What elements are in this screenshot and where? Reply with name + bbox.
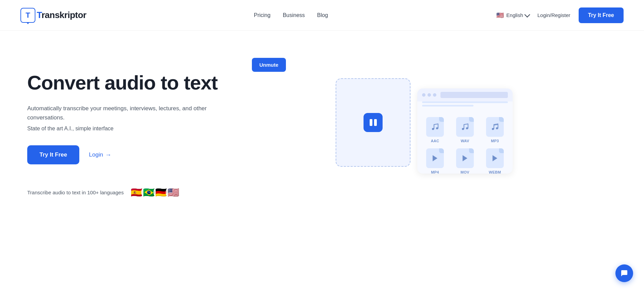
svg-point-2 [462,128,464,130]
file-icon-wav [456,117,474,137]
illustration-container: AAC WAV [336,78,513,187]
flag-usa: 🇺🇸 [166,185,181,200]
file-label-mov: MOV [461,170,469,174]
hero-left: Convert audio to text Automatically tran… [27,58,231,200]
hero-try-free-button[interactable]: Try It Free [27,145,79,164]
music-note-icon-3 [491,123,499,131]
file-item-mp3: MP3 [483,117,507,143]
nav-blog[interactable]: Blog [317,12,328,18]
arrow-icon: → [105,151,111,159]
svg-point-4 [492,128,494,130]
language-selector[interactable]: 🇺🇸 English [496,11,529,20]
nav-pricing[interactable]: Pricing [254,12,271,18]
chat-widget[interactable] [615,264,633,282]
chevron-down-icon [524,12,530,17]
language-label: English [506,12,523,18]
hero-subtitle: Automatically transcribe your meetings, … [27,104,231,122]
logo-icon: T [20,8,35,23]
navbar-try-free-button[interactable]: Try It Free [579,7,624,23]
hero-right: Unmute [231,58,617,187]
unmute-button[interactable]: Unmute [252,58,286,72]
browser-dot-2 [428,93,431,97]
pause-button-illustration [364,113,383,132]
logo[interactable]: T Transkriptor [20,8,86,23]
file-label-aac: AAC [431,139,439,143]
languages-row: Transcribe audio to text in 100+ languag… [27,185,231,200]
file-label-mp4: MP4 [431,170,439,174]
chat-icon [620,269,628,277]
hero-login-link[interactable]: Login → [89,151,111,159]
svg-marker-7 [463,155,467,161]
file-label-webm: WEBM [489,170,501,174]
file-icon-webm [486,148,504,168]
file-icon-mp4 [426,148,444,168]
browser-dot-3 [433,93,436,97]
file-icon-mp3 [486,117,504,137]
file-label-mp3: MP3 [491,139,499,143]
file-item-mov: MOV [453,148,477,174]
svg-point-3 [466,127,468,129]
navbar: T Transkriptor Pricing Business Blog 🇺🇸 … [0,0,644,31]
media-player-panel [336,78,410,167]
us-flag-icon: 🇺🇸 [496,11,504,20]
languages-text: Transcribe audio to text in 100+ languag… [27,190,124,195]
svg-point-1 [436,127,438,129]
browser-bar [417,88,513,101]
file-icon-aac [426,117,444,137]
svg-point-0 [432,128,434,130]
hero-login-label: Login [89,151,103,158]
hero-cta: Try It Free Login → [27,145,231,164]
pause-bar-left [370,119,372,126]
svg-marker-6 [433,155,437,161]
browser-search-bar [440,92,508,98]
play-icon-3 [491,154,499,162]
file-item-mp4: MP4 [423,148,447,174]
flag-stack: 🇪🇸 🇧🇷 🇩🇪 🇺🇸 [129,185,181,200]
pause-bar-right [374,119,377,126]
nav-right: 🇺🇸 English Login/Register Try It Free [496,7,624,23]
play-icon [431,154,439,162]
file-label-wav: WAV [461,139,469,143]
play-icon-2 [461,154,469,162]
file-item-aac: AAC [423,117,447,143]
login-register-link[interactable]: Login/Register [537,12,570,18]
music-note-icon [431,123,439,131]
hero-tagline: State of the art A.I., simple interface [27,126,231,132]
text-line-2 [422,105,473,107]
file-grid: AAC WAV [417,111,513,174]
svg-point-5 [496,127,498,129]
text-line-1 [422,101,508,103]
hero-section: Convert audio to text Automatically tran… [0,31,644,293]
file-icon-mov [456,148,474,168]
nav-business[interactable]: Business [283,12,305,18]
nav-links: Pricing Business Blog [254,12,328,18]
file-item-webm: WEBM [483,148,507,174]
browser-dot-1 [422,93,425,97]
svg-marker-8 [493,155,497,161]
file-item-wav: WAV [453,117,477,143]
music-note-icon-2 [461,123,469,131]
hero-title: Convert audio to text [27,71,231,94]
logo-text: Transkriptor [37,10,86,20]
text-lines [417,101,513,111]
file-types-panel: AAC WAV [417,88,513,174]
